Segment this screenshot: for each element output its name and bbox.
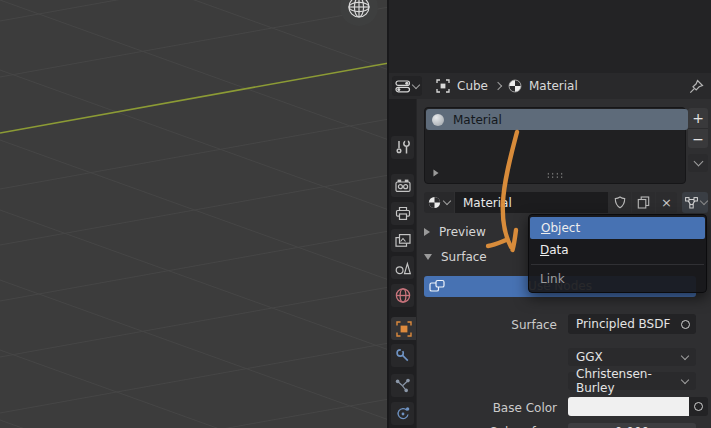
menu-separator [531, 264, 704, 265]
object-square-icon [396, 321, 412, 337]
add-material-slot-button[interactable]: + [688, 108, 708, 128]
node-socket-icon [681, 320, 690, 329]
list-expander[interactable] [433, 170, 438, 177]
fake-user-button[interactable] [608, 192, 631, 213]
subsurface-value-slider[interactable]: 0.000 [568, 423, 696, 428]
copy-icon [637, 196, 650, 209]
particles-icon [394, 377, 412, 394]
editor-type-button[interactable] [392, 76, 422, 96]
material-sphere-icon [508, 79, 522, 93]
view-layer-icon [394, 232, 412, 249]
panel-label: Preview [439, 225, 486, 239]
chevron-right-icon [494, 82, 502, 90]
pin-icon [688, 79, 704, 95]
subsurface-method-dropdown[interactable]: Christensen-Burley [568, 372, 696, 390]
chevron-down-icon [681, 351, 689, 359]
chevron-down-icon [699, 197, 707, 205]
chevron-down-icon [693, 157, 703, 167]
physics-orbit-icon [394, 405, 412, 422]
link-dropdown-menu: Object Data Link [528, 214, 707, 293]
tab-modifiers[interactable] [391, 344, 414, 367]
chevron-down-icon [412, 80, 420, 88]
render-icon [394, 177, 412, 194]
remove-material-slot-button[interactable]: − [688, 128, 708, 148]
panel-label: Surface [441, 250, 487, 264]
scene-icon [394, 259, 412, 276]
material-slot-list: Material [424, 107, 686, 184]
tab-view-layer[interactable] [391, 229, 414, 252]
base-color-label: Base Color [424, 401, 557, 415]
wrench-icon [394, 347, 412, 364]
base-color-socket [689, 397, 708, 416]
triangle-right-icon [424, 228, 430, 236]
tab-tool[interactable] [391, 136, 414, 159]
material-slot-label: Material [453, 113, 502, 127]
shield-icon [614, 196, 626, 209]
tab-render[interactable] [391, 174, 414, 197]
material-name-field[interactable]: Material [455, 192, 615, 213]
properties-tab-strip [389, 99, 417, 428]
menu-item-data[interactable]: Data [529, 239, 706, 261]
breadcrumb-datablock-name: Material [529, 79, 578, 93]
tab-output[interactable] [391, 202, 414, 225]
object-icon [436, 79, 450, 93]
distribution-dropdown[interactable]: GGX [568, 348, 696, 366]
tab-object[interactable] [391, 317, 416, 340]
browse-material-button[interactable] [424, 192, 454, 213]
unlink-material-button[interactable]: × [656, 192, 677, 213]
panel-header-surface[interactable]: Surface [424, 250, 487, 264]
properties-header: Cube Material [389, 73, 711, 99]
mesh-data-icon [684, 196, 699, 209]
link-dropdown-button[interactable] [682, 192, 708, 213]
copy-material-button[interactable] [632, 192, 655, 213]
top-right-editor-region [389, 0, 711, 74]
tab-scene[interactable] [391, 256, 414, 279]
chevron-down-icon [681, 375, 689, 383]
blender-window: Cube Material [0, 0, 711, 428]
output-icon [394, 205, 412, 222]
base-color-swatch[interactable] [568, 397, 689, 416]
material-sphere-icon [428, 196, 441, 209]
breadcrumb-object-name: Cube [457, 79, 488, 93]
material-sphere-icon [432, 114, 444, 126]
list-resize-grip[interactable] [546, 172, 564, 178]
viewport-grid [0, 0, 389, 428]
panel-header-preview[interactable]: Preview [424, 225, 486, 239]
menu-item-object[interactable]: Object [530, 217, 705, 239]
surface-shader-button[interactable]: Principled BSDF [568, 314, 696, 334]
subsurface-method-value: Christensen-Burley [568, 367, 682, 395]
material-slot-item[interactable]: Material [426, 109, 688, 130]
properties-editor-icon [395, 80, 411, 93]
tool-icon [394, 139, 412, 156]
tab-world[interactable] [391, 284, 414, 307]
triangle-down-icon [424, 254, 432, 260]
tab-physics[interactable] [391, 402, 414, 425]
editor-separator [387, 0, 389, 428]
y-axis-line [0, 63, 389, 133]
world-icon [394, 287, 412, 304]
surface-shader-value: Principled BSDF [568, 317, 681, 331]
surface-input-label: Surface [424, 318, 557, 332]
3d-viewport[interactable] [0, 0, 389, 428]
breadcrumb: Cube Material [436, 73, 578, 99]
properties-editor: Cube Material [389, 73, 711, 428]
distribution-value: GGX [568, 350, 682, 364]
chevron-down-icon [443, 197, 451, 205]
menu-item-link[interactable]: Link [529, 268, 706, 290]
pin-button[interactable] [687, 78, 705, 96]
view-gizmo[interactable] [339, 0, 379, 29]
node-socket-icon [694, 402, 703, 411]
slot-specials-button[interactable] [688, 154, 708, 172]
tab-particles[interactable] [391, 374, 414, 397]
